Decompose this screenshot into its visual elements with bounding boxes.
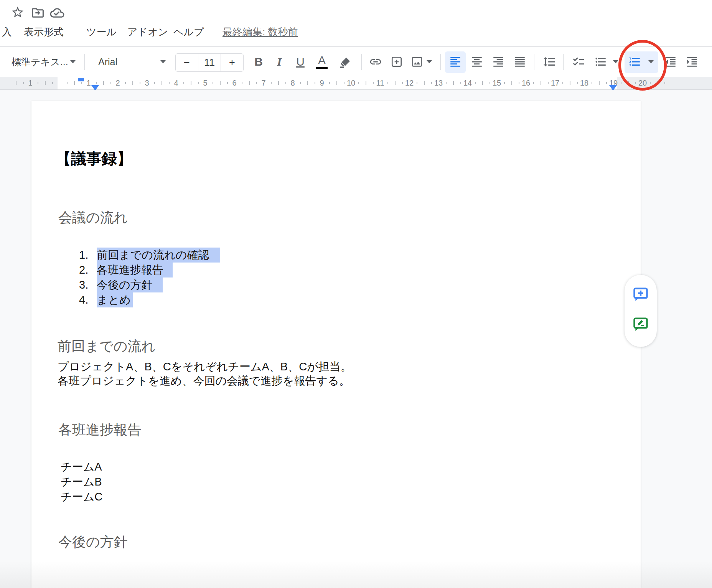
numbered-list-button[interactable] [628, 47, 642, 77]
chevron-down-icon [613, 60, 618, 63]
ruler-number: 11 [376, 79, 384, 88]
ruler-number: 14 [463, 79, 472, 88]
menu-item-format[interactable]: 表示形式 [24, 25, 64, 39]
selected-text: まとめ [97, 292, 133, 307]
menu-item-insert-partial[interactable]: 入 [2, 25, 12, 39]
numbered-list-icon [628, 55, 641, 68]
last-edit-link[interactable]: 最終編集: 数秒前 [222, 25, 298, 39]
text-color-button[interactable]: A [315, 47, 328, 77]
ruler-tick [475, 82, 476, 84]
link-icon [369, 55, 382, 68]
ruler-tick [519, 82, 519, 84]
align-left-icon [449, 55, 462, 68]
ruler-tick [67, 82, 68, 84]
font-size-control: − 11 + [175, 53, 244, 72]
ruler-number: 7 [261, 79, 265, 88]
ruler-tick [242, 82, 242, 84]
first-line-indent-marker[interactable] [78, 78, 84, 81]
ruler-tick [577, 82, 578, 84]
highlight-color-button[interactable] [338, 47, 353, 77]
font-size-decrease-button[interactable]: − [176, 54, 198, 71]
add-comment-fab[interactable] [632, 286, 649, 303]
ruler-tick [16, 81, 16, 85]
insert-link-button[interactable] [368, 47, 383, 77]
increase-indent-button[interactable] [684, 47, 700, 77]
font-selector-caret[interactable] [160, 47, 166, 77]
ruler-tick [198, 82, 199, 84]
insert-image-caret[interactable] [427, 47, 432, 77]
move-folder-icon[interactable] [31, 6, 45, 20]
divider [563, 54, 564, 70]
menu-item-help[interactable]: ヘルプ [173, 25, 204, 39]
align-center-button[interactable] [470, 47, 484, 77]
align-left-button[interactable] [448, 47, 463, 77]
ruler-tick [285, 82, 286, 84]
team-item: チームB [61, 474, 102, 490]
align-justify-button[interactable] [513, 47, 527, 77]
ruler-number: 17 [551, 79, 559, 88]
font-selector[interactable]: Arial [98, 47, 117, 77]
ruler-tick [373, 82, 374, 84]
line-spacing-button[interactable] [542, 47, 557, 77]
divider [534, 54, 534, 70]
add-comment-button[interactable] [389, 47, 404, 77]
ruler-number: 5 [203, 79, 207, 88]
ruler-tick [191, 81, 191, 85]
ruler-tick [599, 81, 600, 85]
ruler-tick [482, 81, 483, 85]
insert-image-button[interactable] [410, 47, 424, 77]
ruler-tick [154, 82, 155, 84]
bullet-list-icon [594, 55, 607, 68]
ruler-tick [140, 82, 140, 84]
ruler-tick [336, 81, 337, 85]
italic-button[interactable]: I [273, 47, 285, 77]
ruler-tick [366, 81, 366, 85]
decrease-indent-button[interactable] [663, 47, 678, 77]
style-selector-caret[interactable] [70, 47, 76, 77]
ruler-tick [431, 82, 432, 84]
highlighter-icon [339, 55, 352, 68]
underline-button[interactable]: U [294, 47, 307, 77]
ruler-number: 16 [522, 79, 530, 88]
ruler-number: 9 [320, 79, 324, 88]
chevron-down-icon [648, 60, 654, 63]
list-number: 2. [79, 264, 91, 276]
cloud-saved-icon[interactable] [49, 6, 65, 20]
ruler-tick [664, 82, 665, 84]
bold-button[interactable]: B [252, 47, 265, 77]
team-item: チームC [61, 489, 102, 505]
ruler[interactable]: 11234567891011121314151617181920 [0, 77, 712, 90]
divider [361, 54, 362, 70]
divider [440, 54, 441, 70]
ruler-tick [621, 82, 621, 84]
body-text: プロジェクトA、B、CをそれぞれチームA、B、Cが担当。 [58, 359, 352, 375]
numbered-list-caret[interactable] [648, 47, 654, 77]
star-icon[interactable] [11, 5, 25, 19]
document-canvas: 【議事録】 会議の流れ 1.前回までの流れの確認 2.各班進捗報告 3.今後の方… [0, 90, 712, 588]
font-size-increase-button[interactable]: + [221, 54, 243, 71]
suggest-edit-icon [632, 316, 649, 333]
bullet-list-caret[interactable] [613, 47, 618, 77]
ruler-tick [81, 82, 82, 84]
margin-action-pill [625, 275, 657, 347]
ruler-tick [52, 82, 53, 84]
ruler-tick [256, 82, 257, 84]
ruler-tick [424, 81, 425, 85]
font-size-value[interactable]: 11 [198, 54, 221, 71]
document-page[interactable]: 【議事録】 会議の流れ 1.前回までの流れの確認 2.各班進捗報告 3.今後の方… [31, 101, 641, 588]
suggest-edits-fab[interactable] [632, 315, 649, 333]
heading-previous-flow: 前回までの流れ [58, 337, 155, 356]
style-selector[interactable]: 標準テキス... [12, 47, 68, 77]
menu-item-addons[interactable]: アドオン [127, 25, 168, 39]
ruler-number: 3 [145, 79, 149, 88]
menu-item-tools[interactable]: ツール [86, 25, 117, 39]
align-justify-icon [513, 55, 526, 68]
ruler-tick [635, 82, 636, 84]
ruler-tick [453, 81, 454, 85]
bullet-list-button[interactable] [593, 47, 608, 77]
checklist-button[interactable] [571, 47, 586, 77]
align-right-button[interactable] [491, 47, 506, 77]
ruler-tick [592, 82, 592, 84]
heading-policy: 今後の方針 [58, 533, 128, 552]
ruler-number: 12 [405, 79, 414, 88]
